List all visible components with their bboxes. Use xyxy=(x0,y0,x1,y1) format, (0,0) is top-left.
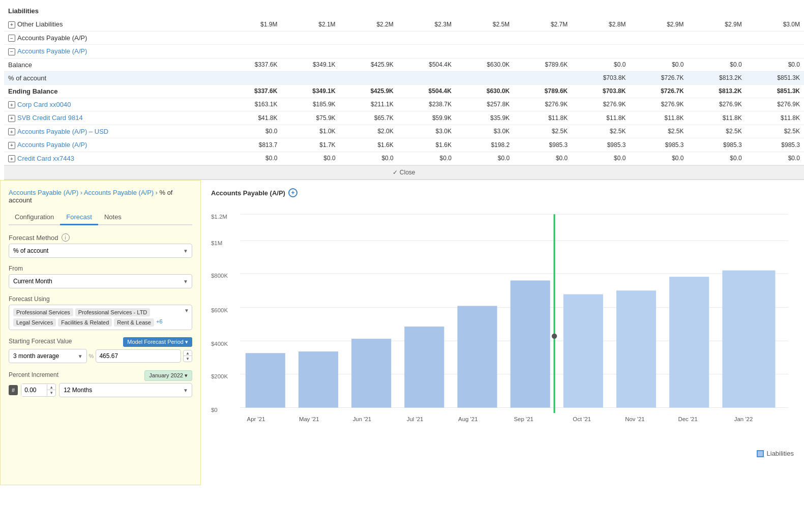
row-label-cell: Balance xyxy=(4,58,223,71)
model-forecast-button[interactable]: Model Forecast Period ▾ xyxy=(123,337,192,347)
months-select-wrapper: 12 Months 6 Months 3 Months xyxy=(59,383,192,397)
row-value-8: $0.0 xyxy=(688,152,746,165)
close-button[interactable]: ✓ Close xyxy=(4,165,804,180)
y-label-0: $0 xyxy=(211,407,218,413)
tab-forecast[interactable]: Forecast xyxy=(60,210,98,225)
from-group: From Current Month Last Month xyxy=(9,265,192,288)
sfv-select[interactable]: 3 month average 6 month average 12 month… xyxy=(9,349,87,363)
tab-notes[interactable]: Notes xyxy=(98,210,128,225)
row-value-1: $0.0 xyxy=(281,152,339,165)
bottom-section: Accounts Payable (A/P) › Accounts Payabl… xyxy=(0,180,804,485)
table-row: −Accounts Payable (A/P) xyxy=(4,45,804,58)
pi-arrow-down[interactable]: ▼ xyxy=(47,390,55,396)
minus-icon[interactable]: − xyxy=(8,35,15,42)
sfv-percent-icon: % xyxy=(89,353,94,359)
section-title: Liabilities xyxy=(4,4,804,18)
row-value-1 xyxy=(281,71,339,84)
row-value-8 xyxy=(688,31,746,45)
row-label[interactable]: SVB Credit Card 9814 xyxy=(17,114,83,122)
y-label-1.2m: $1.2M xyxy=(211,214,227,220)
row-value-2: $211.1K xyxy=(340,98,398,111)
chart-svg: $1.2M $1M $800K $600K $400K $200K $0 xyxy=(211,203,794,448)
row-label[interactable]: Corp Card xx0040 xyxy=(17,101,71,108)
row-value-2: $425.9K xyxy=(340,84,398,98)
row-label: Balance xyxy=(8,61,32,69)
table-row: +Corp Card xx0040$163.1K$185.9K$211.1K$2… xyxy=(4,98,804,111)
row-value-2: $425.9K xyxy=(340,58,398,71)
from-select[interactable]: Current Month Last Month xyxy=(9,274,192,288)
row-value-9: $851.3K xyxy=(746,84,804,98)
row-value-7: $2.5K xyxy=(630,125,688,138)
row-value-4: $3.0K xyxy=(456,125,514,138)
sfv-spinner-up[interactable]: ▲ xyxy=(184,350,192,356)
plus-icon[interactable]: + xyxy=(8,155,15,162)
row-value-5 xyxy=(514,31,572,45)
liabilities-table: +Other Liabilities$1.9M$2.1M$2.2M$2.3M$2… xyxy=(4,18,804,165)
tab-configuration[interactable]: Configuration xyxy=(9,210,60,225)
row-value-7: $0.0 xyxy=(630,58,688,71)
liabilities-section: Liabilities +Other Liabilities$1.9M$2.1M… xyxy=(0,0,804,180)
row-value-9: $851.3K xyxy=(746,71,804,84)
bar-dec21 xyxy=(669,277,709,407)
pi-arrow-up[interactable]: ▲ xyxy=(47,385,55,390)
row-value-5: $11.8K xyxy=(514,111,572,125)
sfv-spinner[interactable]: ▲ ▼ xyxy=(183,350,192,362)
row-value-3: $0.0 xyxy=(398,152,456,165)
row-value-4: $198.2 xyxy=(456,138,514,152)
sfv-value-input[interactable] xyxy=(96,349,181,363)
plus-icon[interactable]: + xyxy=(8,142,15,149)
table-row: −Accounts Payable (A/P) xyxy=(4,31,804,45)
row-value-5: $789.6K xyxy=(514,58,572,71)
plus-icon[interactable]: + xyxy=(8,115,15,122)
row-label-cell: +Accounts Payable (A/P) xyxy=(4,138,223,152)
row-label-cell: +Credit Card xx7443 xyxy=(4,152,223,165)
row-value-8: $276.9K xyxy=(688,98,746,111)
row-value-6: $2.5K xyxy=(572,125,630,138)
x-label-jun21: Jun '21 xyxy=(353,416,372,422)
chart-area: $1.2M $1M $800K $600K $400K $200K $0 xyxy=(211,203,794,448)
pi-value-input[interactable] xyxy=(21,384,47,396)
row-value-0: $41.8K xyxy=(223,111,281,125)
row-label-cell: % of account xyxy=(4,71,223,84)
row-label[interactable]: Accounts Payable (A/P) xyxy=(17,47,87,55)
months-select[interactable]: 12 Months 6 Months 3 Months xyxy=(59,383,192,397)
row-value-7 xyxy=(630,31,688,45)
x-label-nov21: Nov '21 xyxy=(625,416,644,422)
forecast-method-info-icon[interactable]: i xyxy=(62,233,70,242)
tag-legal-services: Legal Services xyxy=(13,318,56,327)
row-value-2 xyxy=(340,31,398,45)
row-value-2: $2.2M xyxy=(340,18,398,31)
row-value-5: $985.3 xyxy=(514,138,572,152)
bar-oct21 xyxy=(563,294,603,408)
minus-icon[interactable]: − xyxy=(8,48,15,55)
forecast-method-select[interactable]: % of account Fixed Amount Growth Rate xyxy=(9,244,192,258)
row-label[interactable]: Accounts Payable (A/P) – USD xyxy=(17,128,108,135)
breadcrumb-part1[interactable]: Accounts Payable (A/P) xyxy=(9,189,78,196)
plus-icon[interactable]: + xyxy=(8,128,15,135)
x-label-sep21: Sep '21 xyxy=(514,416,533,422)
row-value-5: $0.0 xyxy=(514,152,572,165)
hash-icon[interactable]: # xyxy=(9,385,18,395)
forecast-using-tags[interactable]: Professional Services Professional Servi… xyxy=(9,305,192,330)
row-label[interactable]: Credit Card xx7443 xyxy=(17,155,74,162)
row-value-6: $985.3 xyxy=(572,138,630,152)
row-value-5 xyxy=(514,71,572,84)
row-value-3: $504.4K xyxy=(398,84,456,98)
january-button[interactable]: January 2022 ▾ xyxy=(144,370,192,381)
x-label-jul21: Jul '21 xyxy=(407,416,424,422)
sfv-spinner-down[interactable]: ▼ xyxy=(184,356,192,362)
row-value-0: $0.0 xyxy=(223,125,281,138)
chart-add-icon[interactable]: + xyxy=(288,188,297,197)
bar-sep21 xyxy=(511,280,550,407)
row-value-4 xyxy=(456,31,514,45)
row-value-7: $726.7K xyxy=(630,71,688,84)
plus-icon[interactable]: + xyxy=(8,21,15,28)
row-value-6: $11.8K xyxy=(572,111,630,125)
row-value-6: $2.8M xyxy=(572,18,630,31)
breadcrumb-part2[interactable]: Accounts Payable (A/P) xyxy=(84,189,154,196)
tags-more[interactable]: +6 xyxy=(156,318,163,324)
row-label[interactable]: Accounts Payable (A/P) xyxy=(17,141,87,149)
tags-dropdown-icon[interactable]: ▼ xyxy=(184,308,189,313)
row-value-0 xyxy=(223,45,281,58)
plus-icon[interactable]: + xyxy=(8,101,15,108)
